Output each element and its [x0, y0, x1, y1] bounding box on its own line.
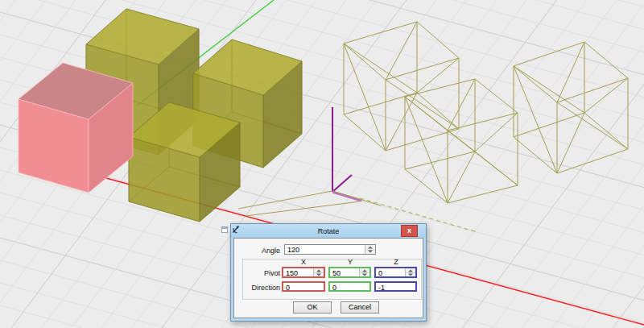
pivot-label: Pivot [245, 269, 280, 277]
direction-x-input[interactable]: 0 [282, 281, 325, 292]
cancel-button[interactable]: Cancel [341, 301, 379, 313]
cad-viewport[interactable]: Rotate x Angle 120 X Y Z Pivot 150 50 [0, 0, 644, 328]
pivot-x-input[interactable]: 150 [282, 267, 325, 278]
direction-label: Direction [245, 284, 280, 292]
direction-y-input[interactable]: 0 [328, 281, 371, 292]
ground-trace-line [246, 201, 360, 216]
pivot-direction-group: X Y Z Pivot 150 50 0 Direction [242, 259, 422, 300]
close-icon[interactable]: x [401, 225, 418, 237]
pivot-y-spinner[interactable] [359, 268, 369, 276]
pivot-y-input[interactable]: 50 [328, 267, 371, 278]
ground-trace-line [332, 191, 381, 206]
red-cube[interactable] [19, 63, 133, 193]
column-header-x: X [282, 258, 325, 266]
spin-down-icon[interactable] [360, 272, 369, 276]
angle-input[interactable]: 120 [284, 244, 376, 255]
direction-z-input[interactable]: -1 [374, 281, 417, 292]
rotate-dialog[interactable]: Rotate x Angle 120 X Y Z Pivot 150 50 [230, 223, 427, 322]
spin-down-icon[interactable] [406, 272, 415, 276]
pivot-z-spinner[interactable] [405, 268, 415, 276]
dialog-body: Angle 120 X Y Z Pivot 150 50 0 [233, 238, 423, 318]
pivot-x-spinner[interactable] [313, 268, 324, 276]
pivot-z-input[interactable]: 0 [374, 267, 417, 278]
spin-down-icon[interactable] [314, 272, 324, 276]
ok-button[interactable]: OK [293, 301, 332, 313]
angle-label: Angle [242, 247, 280, 255]
dialog-title: Rotate [231, 227, 426, 235]
column-header-z: Z [374, 258, 418, 266]
column-header-y: Y [328, 258, 372, 266]
dialog-titlebar[interactable]: Rotate x [231, 224, 426, 238]
angle-spinner[interactable] [365, 245, 375, 254]
mini-window-icon [221, 226, 228, 233]
wire-cube-1[interactable] [344, 22, 459, 151]
spin-down-icon[interactable] [365, 250, 375, 255]
